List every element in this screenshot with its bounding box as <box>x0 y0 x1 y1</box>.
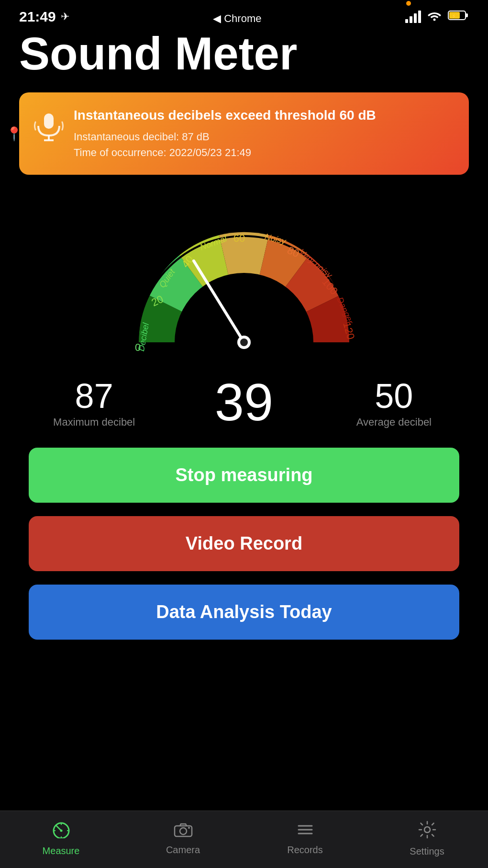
tab-item-settings[interactable]: Settings <box>366 821 488 857</box>
camera-icon <box>174 822 193 842</box>
avg-label: Average decibel <box>319 416 469 428</box>
svg-rect-5 <box>44 113 54 129</box>
avg-value: 50 <box>319 379 469 413</box>
settings-icon <box>418 821 436 843</box>
tab-item-records[interactable]: Records <box>244 822 366 856</box>
video-record-button[interactable]: Video Record <box>29 516 459 571</box>
tab-item-measure[interactable]: Measure <box>0 821 122 857</box>
status-time: 21:49 <box>19 9 56 25</box>
records-icon <box>297 822 314 842</box>
avg-reading: 50 Average decibel <box>319 379 469 428</box>
notification-content: Instantaneous decibels exceed threshold … <box>74 107 376 160</box>
gauge-section: 0 20 40 60 80 100 120 Decibel Quiet Norm… <box>0 189 488 366</box>
tab-bar: Measure Camera Records <box>0 811 488 868</box>
svg-point-22 <box>424 827 430 833</box>
svg-point-17 <box>180 828 187 834</box>
notification-card: Instantaneous decibels exceed threshold … <box>19 92 469 175</box>
notification-detail: Instantaneous decibel: 87 dB Time of occ… <box>74 129 376 160</box>
measure-icon <box>52 821 71 843</box>
max-label: Maximum decibel <box>19 416 169 428</box>
gauge-label-60: 60 <box>233 232 245 244</box>
tab-label-camera: Camera <box>166 845 200 856</box>
back-button[interactable]: ◀ Chrome <box>213 12 261 25</box>
svg-point-0 <box>433 18 435 21</box>
notification-icon <box>33 109 64 148</box>
tab-item-camera[interactable]: Camera <box>122 822 244 856</box>
location-pin-icon: 📍 <box>6 125 22 141</box>
buttons-section: Stop measuring Video Record Data Analysi… <box>0 428 488 649</box>
current-reading: 39 <box>169 376 319 428</box>
status-right: ⚡ <box>405 10 469 24</box>
stop-measuring-button[interactable]: Stop measuring <box>29 448 459 503</box>
tab-label-records: Records <box>287 845 322 856</box>
max-value: 87 <box>19 379 169 413</box>
gauge-center-inner <box>240 338 248 346</box>
status-bar: 21:49 ✈ ◀ Chrome <box>0 0 488 25</box>
navigation-icon: ✈ <box>61 11 69 23</box>
data-analysis-button[interactable]: Data Analysis Today <box>29 585 459 640</box>
orange-dot <box>406 1 411 6</box>
readings-section: 87 Maximum decibel 39 50 Average decibel <box>0 366 488 428</box>
svg-text:⚡: ⚡ <box>451 13 457 19</box>
tab-label-settings: Settings <box>410 846 444 857</box>
signal-bars-icon <box>405 11 421 23</box>
current-value: 39 <box>169 376 319 428</box>
svg-point-11 <box>60 829 62 832</box>
svg-rect-2 <box>466 13 468 17</box>
svg-point-18 <box>188 827 190 829</box>
tab-label-measure: Measure <box>43 845 80 857</box>
app-title: Sound Meter <box>0 25 488 78</box>
wifi-icon <box>427 10 442 24</box>
battery-icon: ⚡ <box>448 10 469 23</box>
notification-title: Instantaneous decibels exceed threshold … <box>74 107 376 124</box>
status-left: 21:49 ✈ <box>19 9 69 25</box>
gauge-chart: 0 20 40 60 80 100 120 Decibel Quiet Norm… <box>96 199 392 361</box>
max-reading: 87 Maximum decibel <box>19 379 169 428</box>
back-arrow-icon: ◀ <box>213 12 221 25</box>
